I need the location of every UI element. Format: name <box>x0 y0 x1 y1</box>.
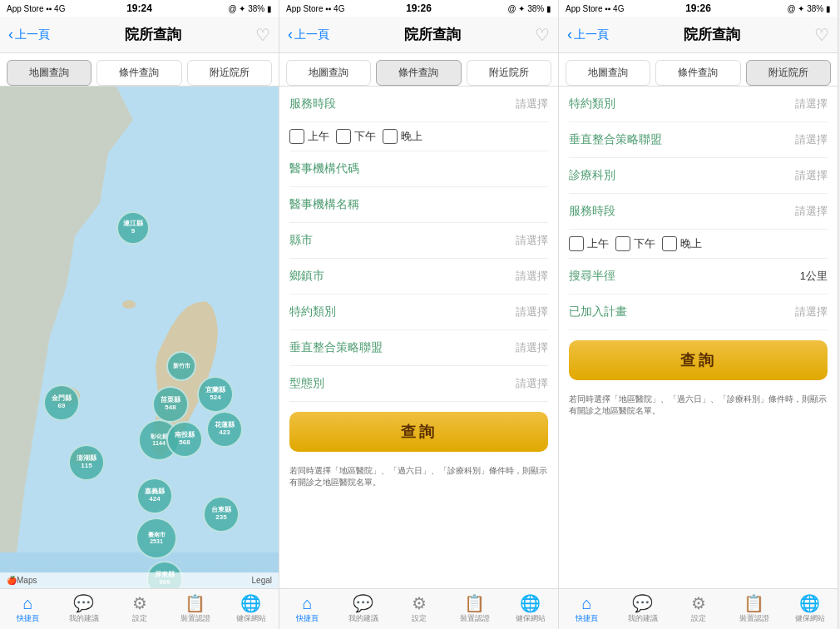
bottom-tab-suggestions-1[interactable]: 💬 我的建議 <box>56 592 111 627</box>
tab-conditions-1[interactable]: 條件查詢 <box>96 60 181 86</box>
back-button-2[interactable]: ‹ 上一頁 <box>288 26 329 43</box>
home-icon-3: ⌂ <box>581 595 591 612</box>
checkbox-afternoon-3[interactable]: 下午 <box>615 236 655 251</box>
favorite-icon-1[interactable]: ♡ <box>255 25 270 45</box>
tab-conditions-3[interactable]: 條件查詢 <box>655 60 740 86</box>
tab-map-2[interactable]: 地圖查詢 <box>286 60 371 86</box>
tab-map-1[interactable]: 地圖查詢 <box>7 60 91 86</box>
town-placeholder: 請選擇 <box>516 269 548 284</box>
form-section-3: 特約類別 請選擇 垂直整合策略聯盟 請選擇 診療科別 請選擇 服務時段 請選擇 … <box>559 87 838 330</box>
home-icon-2: ⌂ <box>302 595 312 612</box>
cluster-xinzhu[interactable]: 新竹市 <box>166 351 196 381</box>
program-row-3[interactable]: 已加入計畫 請選擇 <box>569 295 828 330</box>
county-row[interactable]: 縣市 請選擇 <box>289 223 548 259</box>
bottom-tab-web-1[interactable]: 🌐 健保網站 <box>223 592 279 627</box>
home-label-2: 快捷頁 <box>296 613 319 624</box>
bottom-tab-home-1[interactable]: ⌂ 快捷頁 <box>0 592 56 627</box>
tab-map-3[interactable]: 地圖查詢 <box>566 60 650 86</box>
radius-label-3: 搜尋半徑 <box>569 269 615 284</box>
code-row[interactable]: 醫事機構代碼 <box>289 151 548 187</box>
bottom-tab-settings-3[interactable]: ⚙ 設定 <box>670 592 726 627</box>
cluster-yilan[interactable]: 宜蘭縣524 <box>197 376 234 413</box>
vertical-integration-row-3[interactable]: 垂直整合策略聯盟 請選擇 <box>569 122 828 158</box>
checkbox-morning-label: 上午 <box>308 129 329 144</box>
bottom-tab-cert-2[interactable]: 📋 裝置認證 <box>447 592 502 627</box>
cluster-nantou[interactable]: 南投縣568 <box>166 421 203 458</box>
bottom-tab-settings-2[interactable]: ⚙ 設定 <box>391 592 447 627</box>
bottom-tab-settings-1[interactable]: ⚙ 設定 <box>111 592 167 627</box>
cluster-lianjiang[interactable]: 連江縣9 <box>116 211 150 245</box>
checkbox-morning-box-3[interactable] <box>569 236 584 251</box>
query-button-2[interactable]: 查詢 <box>289 412 548 452</box>
program-placeholder-3: 請選擇 <box>795 305 828 319</box>
program-label-3: 已加入計畫 <box>569 305 627 319</box>
cluster-jinmen[interactable]: 金門縣69 <box>43 384 80 421</box>
checkbox-morning-3[interactable]: 上午 <box>569 236 609 251</box>
tab-nearby-1[interactable]: 附近院所 <box>187 60 272 86</box>
home-icon-1: ⌂ <box>22 595 32 612</box>
checkbox-evening-3[interactable]: 晚上 <box>662 236 702 251</box>
cert-label-3: 裝置認證 <box>739 613 769 624</box>
bottom-tab-home-2[interactable]: ⌂ 快捷頁 <box>279 592 335 627</box>
query-button-3[interactable]: 查詢 <box>569 340 828 380</box>
town-row[interactable]: 鄉鎮市 請選擇 <box>289 259 548 295</box>
bottom-tab-suggestions-2[interactable]: 💬 我的建議 <box>335 592 391 627</box>
back-button-3[interactable]: ‹ 上一頁 <box>567 26 609 43</box>
contract-type-row[interactable]: 特約類別 請選擇 <box>289 295 548 330</box>
checkbox-afternoon[interactable]: 下午 <box>336 129 376 144</box>
bottom-tab-cert-3[interactable]: 📋 裝置認證 <box>726 592 782 627</box>
legal-label: Legal <box>252 576 272 585</box>
checkbox-afternoon-box-3[interactable] <box>615 236 630 251</box>
web-icon-3: 🌐 <box>799 595 820 612</box>
checkbox-morning-box[interactable] <box>289 129 304 144</box>
back-label-1: 上一頁 <box>15 27 50 42</box>
name-row[interactable]: 醫事機構名稱 <box>289 187 548 223</box>
status-right-2: @ ✦ 38% ▮ <box>507 4 551 13</box>
service-time-placeholder: 請選擇 <box>516 97 548 111</box>
notice-text-3: 若同時選擇「地區醫院」、「過六日」、「診療科別」條件時，則顯示有開診之地區醫院名… <box>559 390 838 423</box>
bottom-tab-bar-1: ⌂ 快捷頁 💬 我的建議 ⚙ 設定 📋 裝置認證 🌐 健保網站 <box>0 588 279 629</box>
radius-row-3[interactable]: 搜尋半徑 1公里 <box>569 259 828 295</box>
bottom-tab-home-3[interactable]: ⌂ 快捷頁 <box>559 592 615 627</box>
query-btn-wrap-3: 查詢 <box>559 330 838 390</box>
service-time-row[interactable]: 服務時段 請選擇 <box>289 87 548 122</box>
tab-nearby-2[interactable]: 附近院所 <box>467 60 551 86</box>
favorite-icon-2[interactable]: ♡ <box>535 25 550 45</box>
vertical-integration-label: 垂直整合策略聯盟 <box>289 340 383 355</box>
cluster-hualien[interactable]: 花蓮縣423 <box>206 411 243 448</box>
panel-map: App Store ▪▪ 4G 19:24 @ ✦ 38% ▮ ‹ 上一頁 院所… <box>0 0 279 629</box>
nav-bar-3: ‹ 上一頁 院所查詢 ♡ <box>559 17 838 53</box>
tab-nearby-3[interactable]: 附近院所 <box>746 60 831 86</box>
cluster-taitung[interactable]: 台東縣235 <box>203 496 240 532</box>
bottom-tab-suggestions-3[interactable]: 💬 我的建議 <box>615 592 670 627</box>
contract-type-row-3[interactable]: 特約類別 請選擇 <box>569 87 828 122</box>
service-time-row-3[interactable]: 服務時段 請選擇 <box>569 194 828 230</box>
map-svg <box>0 87 279 552</box>
specialty-row-3[interactable]: 診療科別 請選擇 <box>569 158 828 194</box>
cluster-penghu[interactable]: 澎湖縣115 <box>68 444 105 481</box>
bottom-tab-cert-1[interactable]: 📋 裝置認證 <box>167 592 223 627</box>
code-label: 醫事機構代碼 <box>289 161 359 176</box>
checkbox-afternoon-box[interactable] <box>336 129 351 144</box>
map-view[interactable]: 連江縣9 金門縣69 澎湖縣115 新竹市 苗栗縣548 宜蘭縣524 彰化縣1… <box>0 87 279 588</box>
back-button-1[interactable]: ‹ 上一頁 <box>8 26 50 43</box>
settings-icon-2: ⚙ <box>412 595 427 612</box>
bottom-tab-web-2[interactable]: 🌐 健保網站 <box>502 592 558 627</box>
checkbox-evening-box[interactable] <box>383 129 398 144</box>
checkbox-evening[interactable]: 晚上 <box>383 129 422 144</box>
cluster-tainan[interactable]: 臺南市2531 <box>136 518 177 559</box>
tab-conditions-2[interactable]: 條件查詢 <box>376 60 461 86</box>
cluster-miaoli[interactable]: 苗栗縣548 <box>152 386 189 423</box>
service-time-label-3: 服務時段 <box>569 204 615 219</box>
status-right-1: @ ✦ 38% ▮ <box>228 4 272 13</box>
nav-title-3: 院所查詢 <box>684 25 740 44</box>
vertical-integration-row[interactable]: 垂直整合策略聯盟 請選擇 <box>289 330 548 366</box>
cluster-chiayi[interactable]: 嘉義縣424 <box>136 478 173 514</box>
type-row[interactable]: 型態別 請選擇 <box>289 366 548 402</box>
checkbox-evening-box-3[interactable] <box>662 236 677 251</box>
favorite-icon-3[interactable]: ♡ <box>814 25 829 45</box>
checkbox-morning[interactable]: 上午 <box>289 129 329 144</box>
web-label-3: 健保網站 <box>795 613 825 624</box>
checkbox-afternoon-label: 下午 <box>354 129 376 144</box>
bottom-tab-web-3[interactable]: 🌐 健保網站 <box>782 592 838 627</box>
